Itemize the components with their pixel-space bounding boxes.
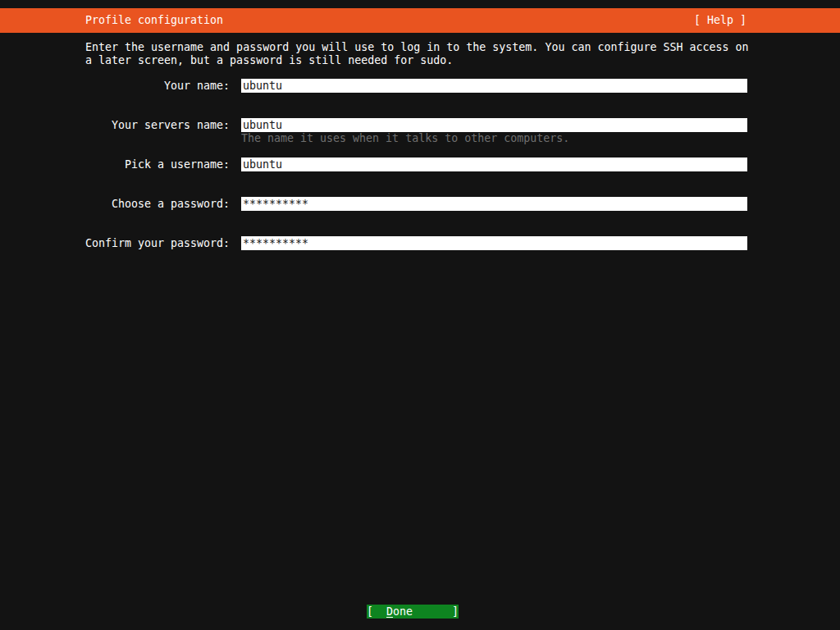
done-label-rest: one [393,605,413,619]
password-label: Choose a password: [85,198,230,211]
your-name-label: Your name: [85,80,230,93]
done-button[interactable]: [ D one ] [367,605,459,619]
username-label: Pick a username: [85,158,230,171]
form-row: Your name: [85,79,747,118]
server-name-input[interactable] [241,118,747,132]
page-title: Profile configuration [85,14,223,27]
done-bracket-left: [ [367,605,373,619]
done-accelerator: D [386,605,393,619]
form-row: Choose a password: [85,197,747,236]
instructions-line: a later screen, but a password is still … [85,54,748,67]
header-bar: Profile configuration [ Help ] [0,8,840,33]
password-input[interactable] [241,197,747,211]
done-bracket-right: ] [452,605,459,619]
form-row: Pick a username: [85,158,747,197]
form-row: Your servers name: The name it uses when… [85,118,747,158]
instructions-line: Enter the username and password you will… [85,41,748,54]
server-name-label: Your servers name: [85,119,230,132]
instructions: Enter the username and password you will… [85,41,748,67]
help-button[interactable]: [ Help ] [694,14,746,27]
profile-form: Your name: Your servers name: The name i… [85,79,747,276]
confirm-password-input[interactable] [241,236,747,250]
username-input[interactable] [241,158,747,171]
confirm-password-label: Confirm your password: [85,237,230,250]
your-name-input[interactable] [241,79,747,93]
server-name-hint: The name it uses when it talks to other … [241,132,747,145]
form-row: Confirm your password: [85,236,747,276]
